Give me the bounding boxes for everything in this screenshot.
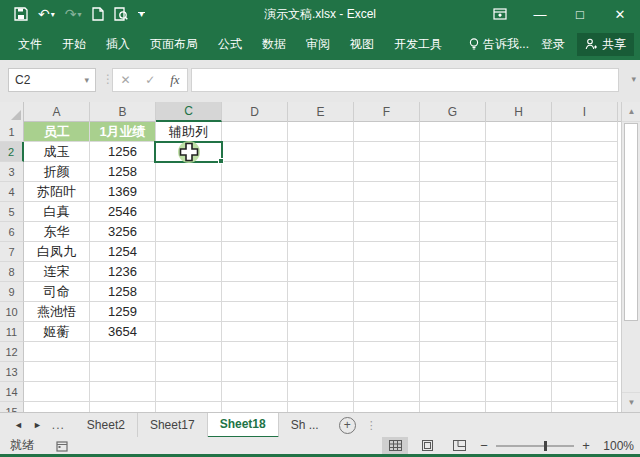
cell-F12[interactable]	[354, 342, 420, 362]
cell-A14[interactable]	[24, 382, 90, 402]
cell-H10[interactable]	[486, 302, 552, 322]
zoom-slider[interactable]	[496, 445, 574, 447]
sheet-tab-sheet2[interactable]: Sheet2	[75, 413, 138, 438]
tab-data[interactable]: 数据	[252, 28, 296, 60]
cell-A9[interactable]: 司命	[24, 282, 90, 302]
cell-F9[interactable]	[354, 282, 420, 302]
more-sheets-left-icon[interactable]: ...	[52, 418, 65, 432]
cell-C3[interactable]	[156, 162, 222, 182]
cell-A2[interactable]: 成玉	[24, 142, 90, 162]
scroll-down-icon[interactable]: ▼	[622, 392, 640, 412]
cell-I3[interactable]	[552, 162, 618, 182]
vertical-scrollbar-thumb[interactable]	[624, 123, 638, 321]
cell-H6[interactable]	[486, 222, 552, 242]
cell-H9[interactable]	[486, 282, 552, 302]
macro-record-icon[interactable]	[56, 440, 68, 452]
column-header-G[interactable]: G	[420, 102, 486, 122]
cell-A6[interactable]: 东华	[24, 222, 90, 242]
cell-H1[interactable]	[486, 122, 552, 142]
cell-E14[interactable]	[288, 382, 354, 402]
cell-C14[interactable]	[156, 382, 222, 402]
undo-dropdown-icon[interactable]: ▾	[51, 10, 55, 19]
cell-H7[interactable]	[486, 242, 552, 262]
cell-I15[interactable]	[552, 402, 618, 412]
cell-G1[interactable]	[420, 122, 486, 142]
cell-G12[interactable]	[420, 342, 486, 362]
row-header-10[interactable]: 10	[0, 302, 24, 322]
cell-D3[interactable]	[222, 162, 288, 182]
row-header-6[interactable]: 6	[0, 222, 24, 242]
cell-F2[interactable]	[354, 142, 420, 162]
scroll-up-icon[interactable]: ▲	[622, 102, 640, 122]
cell-D1[interactable]	[222, 122, 288, 142]
column-header-H[interactable]: H	[486, 102, 552, 122]
cell-G9[interactable]	[420, 282, 486, 302]
share-button[interactable]: 共享	[577, 33, 634, 56]
cell-H12[interactable]	[486, 342, 552, 362]
row-header-12[interactable]: 12	[0, 342, 24, 362]
row-header-14[interactable]: 14	[0, 382, 24, 402]
row-header-9[interactable]: 9	[0, 282, 24, 302]
cell-B7[interactable]: 1254	[90, 242, 156, 262]
enter-formula-icon[interactable]: ✓	[145, 73, 155, 87]
cell-D13[interactable]	[222, 362, 288, 382]
cell-B9[interactable]: 1258	[90, 282, 156, 302]
save-icon[interactable]	[14, 7, 28, 21]
row-header-7[interactable]: 7	[0, 242, 24, 262]
cell-B13[interactable]	[90, 362, 156, 382]
cell-E3[interactable]	[288, 162, 354, 182]
cell-C15[interactable]	[156, 402, 222, 412]
qat-customize-icon[interactable]: ▾	[138, 12, 145, 17]
cell-C4[interactable]	[156, 182, 222, 202]
cell-I10[interactable]	[552, 302, 618, 322]
print-preview-icon[interactable]	[114, 7, 128, 21]
undo-button[interactable]: ↶▾	[38, 6, 55, 22]
cell-E2[interactable]	[288, 142, 354, 162]
cell-G2[interactable]	[420, 142, 486, 162]
cell-A7[interactable]: 白凤九	[24, 242, 90, 262]
cell-A15[interactable]	[24, 402, 90, 412]
column-header-C[interactable]: C	[156, 102, 222, 122]
cell-G14[interactable]	[420, 382, 486, 402]
cell-G4[interactable]	[420, 182, 486, 202]
cell-D8[interactable]	[222, 262, 288, 282]
zoom-slider-handle[interactable]	[544, 441, 547, 451]
cell-B10[interactable]: 1259	[90, 302, 156, 322]
expand-formula-bar-icon[interactable]: ▾	[631, 74, 636, 84]
cell-C13[interactable]	[156, 362, 222, 382]
cell-E4[interactable]	[288, 182, 354, 202]
tab-developer[interactable]: 开发工具	[384, 28, 452, 60]
cell-E13[interactable]	[288, 362, 354, 382]
cell-B8[interactable]: 1236	[90, 262, 156, 282]
cell-H8[interactable]	[486, 262, 552, 282]
page-break-preview-icon[interactable]	[446, 437, 472, 454]
tab-review[interactable]: 审阅	[296, 28, 340, 60]
cell-I11[interactable]	[552, 322, 618, 342]
cell-F6[interactable]	[354, 222, 420, 242]
row-header-5[interactable]: 5	[0, 202, 24, 222]
cell-E11[interactable]	[288, 322, 354, 342]
cell-H5[interactable]	[486, 202, 552, 222]
cell-E6[interactable]	[288, 222, 354, 242]
cell-E12[interactable]	[288, 342, 354, 362]
sign-in-button[interactable]: 登录	[537, 28, 569, 60]
row-header-15[interactable]: 15	[0, 402, 24, 412]
cell-D15[interactable]	[222, 402, 288, 412]
sheet-tab-truncated[interactable]: Sh ...	[279, 413, 331, 438]
cell-A11[interactable]: 姬蘅	[24, 322, 90, 342]
cell-G3[interactable]	[420, 162, 486, 182]
cell-B15[interactable]	[90, 402, 156, 412]
cell-I1[interactable]	[552, 122, 618, 142]
row-header-3[interactable]: 3	[0, 162, 24, 182]
cell-C10[interactable]	[156, 302, 222, 322]
normal-view-icon[interactable]	[382, 437, 408, 454]
column-header-B[interactable]: B	[90, 102, 156, 122]
column-header-I[interactable]: I	[552, 102, 618, 122]
cell-H15[interactable]	[486, 402, 552, 412]
zoom-in-icon[interactable]: +	[580, 438, 592, 453]
selected-cell-outline[interactable]	[154, 141, 223, 163]
cell-A5[interactable]: 白真	[24, 202, 90, 222]
cell-E8[interactable]	[288, 262, 354, 282]
cell-C6[interactable]	[156, 222, 222, 242]
cell-B6[interactable]: 3256	[90, 222, 156, 242]
